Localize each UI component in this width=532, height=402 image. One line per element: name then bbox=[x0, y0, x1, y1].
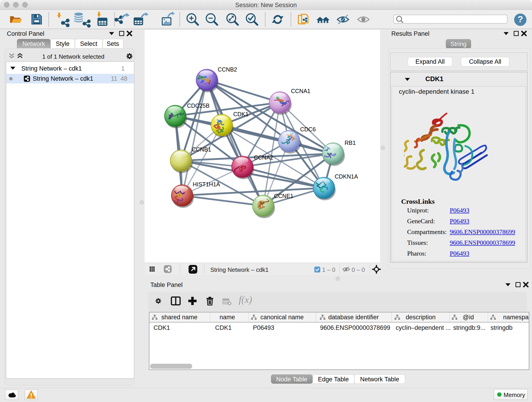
svg-text:CDK1: CDK1 bbox=[233, 111, 249, 117]
svg-text:CCNB1: CCNB1 bbox=[192, 146, 211, 153]
svg-text:CCNE1: CCNE1 bbox=[274, 193, 293, 199]
svg-text:HIST1H1A: HIST1H1A bbox=[193, 181, 220, 187]
svg-text:CCNA2: CCNA2 bbox=[254, 154, 273, 161]
svg-text:CDC25B: CDC25B bbox=[187, 102, 210, 109]
svg-text:CDKN1A: CDKN1A bbox=[335, 173, 358, 180]
svg-text:CDC6: CDC6 bbox=[300, 126, 316, 133]
svg-text:RB1: RB1 bbox=[345, 140, 356, 146]
svg-text:CCNA1: CCNA1 bbox=[291, 88, 310, 94]
svg-text:?: ? bbox=[518, 14, 523, 24]
svg-text:CCNB2: CCNB2 bbox=[218, 66, 237, 73]
